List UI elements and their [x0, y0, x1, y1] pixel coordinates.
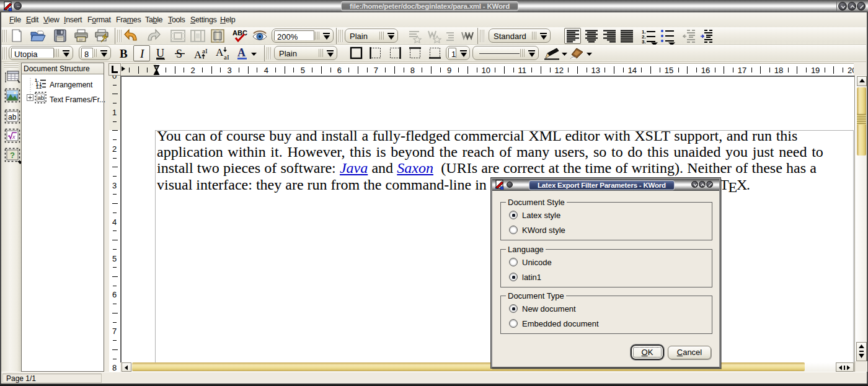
- svg-text:ABC: ABC: [232, 29, 247, 37]
- svg-text:?: ?: [10, 151, 15, 160]
- svg-text:A: A: [237, 46, 246, 59]
- svg-text:U: U: [156, 47, 164, 59]
- svg-text:A: A: [194, 49, 202, 61]
- svg-text:I: I: [140, 47, 145, 60]
- svg-text:B: B: [120, 47, 128, 60]
- svg-text:3.: 3.: [642, 39, 646, 45]
- svg-text:aI: aI: [224, 53, 229, 61]
- svg-text:aI: aI: [202, 47, 208, 55]
- svg-text:ab: ab: [8, 113, 17, 121]
- svg-text:x: x: [12, 134, 16, 140]
- svg-text:ab: ab: [38, 94, 45, 101]
- svg-text:A: A: [216, 46, 224, 58]
- svg-text:1.2: 1.2: [36, 85, 42, 89]
